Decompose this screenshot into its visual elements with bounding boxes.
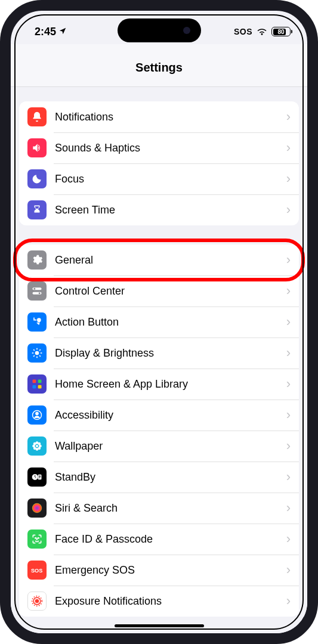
svg-point-25 bbox=[33, 442, 36, 445]
chevron-right-icon: › bbox=[286, 171, 291, 187]
chevron-right-icon: › bbox=[286, 407, 291, 423]
bell-icon bbox=[27, 107, 47, 126]
row-label: Screen Time bbox=[55, 204, 286, 216]
switches-icon bbox=[27, 281, 47, 301]
settings-group: Notifications›Sounds & Haptics›Focus›Scr… bbox=[19, 101, 299, 225]
svg-rect-17 bbox=[38, 385, 42, 389]
settings-row-controlcenter[interactable]: Control Center› bbox=[19, 275, 299, 306]
settings-row-siri[interactable]: Siri & Search› bbox=[19, 493, 299, 524]
gear-icon bbox=[27, 250, 47, 270]
action-icon bbox=[27, 312, 47, 332]
row-label: StandBy bbox=[55, 471, 286, 484]
svg-rect-32 bbox=[39, 476, 41, 477]
svg-point-26 bbox=[38, 442, 41, 445]
svg-rect-14 bbox=[33, 380, 36, 383]
svg-rect-31 bbox=[39, 476, 41, 476]
settings-row-display[interactable]: Display & Brightness› bbox=[19, 338, 299, 369]
settings-row-sounds[interactable]: Sounds & Haptics› bbox=[19, 132, 299, 163]
settings-row-accessibility[interactable]: Accessibility› bbox=[19, 400, 299, 431]
row-label: Focus bbox=[55, 173, 286, 185]
face-icon bbox=[27, 530, 47, 549]
row-label: Home Screen & App Library bbox=[55, 378, 286, 391]
row-label: Control Center bbox=[55, 285, 286, 298]
row-label: Sounds & Haptics bbox=[55, 142, 286, 154]
phone-frame: 2:45 SOS 80 Settings Notifications›Sound… bbox=[0, 0, 318, 644]
svg-text:SOS: SOS bbox=[31, 568, 42, 574]
svg-point-4 bbox=[38, 318, 41, 321]
svg-point-3 bbox=[39, 292, 41, 294]
svg-rect-16 bbox=[33, 385, 36, 389]
row-label: Face ID & Passcode bbox=[55, 533, 286, 546]
speaker-icon bbox=[27, 138, 47, 157]
svg-line-12 bbox=[39, 349, 41, 351]
row-label: Exposure Notifications bbox=[55, 595, 286, 608]
settings-row-wallpaper[interactable]: Wallpaper› bbox=[19, 431, 299, 462]
svg-rect-15 bbox=[38, 380, 42, 383]
svg-point-36 bbox=[38, 538, 39, 538]
settings-row-actionbutton[interactable]: Action Button› bbox=[19, 306, 299, 338]
chevron-right-icon: › bbox=[286, 593, 291, 609]
person-icon bbox=[27, 405, 47, 425]
sos-icon: SOS bbox=[27, 561, 47, 580]
chevron-right-icon: › bbox=[286, 438, 291, 454]
chevron-right-icon: › bbox=[286, 202, 291, 218]
svg-point-5 bbox=[35, 351, 39, 355]
svg-line-11 bbox=[39, 355, 41, 357]
siri-icon bbox=[27, 499, 47, 518]
chevron-right-icon: › bbox=[286, 376, 291, 392]
chevron-right-icon: › bbox=[286, 345, 291, 361]
row-label: Notifications bbox=[55, 111, 286, 123]
settings-row-notifications[interactable]: Notifications› bbox=[19, 101, 299, 132]
svg-point-20 bbox=[36, 445, 38, 447]
row-label: Display & Brightness bbox=[55, 347, 286, 360]
svg-rect-33 bbox=[39, 478, 41, 478]
settings-row-exposure[interactable]: Exposure Notifications› bbox=[19, 586, 299, 617]
settings-row-focus[interactable]: Focus› bbox=[19, 163, 299, 194]
row-label: Accessibility bbox=[55, 409, 286, 422]
flower-icon bbox=[27, 436, 47, 456]
chevron-right-icon: › bbox=[286, 140, 291, 156]
chevron-right-icon: › bbox=[286, 531, 291, 547]
settings-row-standby[interactable]: StandBy› bbox=[19, 462, 299, 493]
settings-row-faceid[interactable]: Face ID & Passcode› bbox=[19, 524, 299, 555]
sos-indicator: SOS bbox=[234, 27, 252, 36]
hourglass-icon bbox=[27, 200, 47, 219]
svg-point-19 bbox=[36, 412, 38, 414]
location-icon bbox=[58, 26, 67, 38]
chevron-right-icon: › bbox=[286, 109, 291, 125]
wifi-icon bbox=[257, 26, 267, 38]
svg-point-34 bbox=[32, 503, 42, 513]
sun-icon bbox=[27, 343, 47, 363]
chevron-right-icon: › bbox=[286, 562, 291, 578]
settings-row-general[interactable]: General› bbox=[19, 244, 299, 275]
svg-point-2 bbox=[33, 288, 35, 290]
row-label: Siri & Search bbox=[55, 502, 286, 515]
row-label: Action Button bbox=[55, 316, 286, 329]
svg-line-10 bbox=[33, 349, 35, 351]
home-indicator[interactable] bbox=[115, 624, 204, 627]
svg-point-38 bbox=[36, 600, 39, 603]
dynamic-island bbox=[118, 18, 201, 42]
settings-row-sos-row[interactable]: SOSEmergency SOS› bbox=[19, 555, 299, 586]
chevron-right-icon: › bbox=[286, 500, 291, 516]
svg-line-13 bbox=[33, 355, 35, 357]
settings-group: General›Control Center›Action Button›Dis… bbox=[19, 244, 299, 617]
chevron-right-icon: › bbox=[286, 252, 291, 268]
row-label: Emergency SOS bbox=[55, 564, 286, 577]
settings-row-screentime[interactable]: Screen Time› bbox=[19, 194, 299, 225]
svg-point-27 bbox=[33, 447, 36, 450]
chevron-right-icon: › bbox=[286, 283, 291, 299]
settings-list[interactable]: Notifications›Sounds & Haptics›Focus›Scr… bbox=[11, 87, 307, 633]
clock-card-icon bbox=[27, 467, 47, 487]
chevron-right-icon: › bbox=[286, 469, 291, 485]
exposure-icon bbox=[27, 592, 47, 611]
svg-point-28 bbox=[38, 447, 41, 450]
moon-icon bbox=[27, 169, 47, 188]
row-label: General bbox=[55, 254, 286, 267]
grid-icon bbox=[27, 374, 47, 394]
battery-icon: 80 bbox=[271, 27, 291, 36]
chevron-right-icon: › bbox=[286, 314, 291, 330]
page-title: Settings bbox=[11, 44, 307, 87]
svg-point-35 bbox=[35, 538, 36, 538]
settings-row-homescreen[interactable]: Home Screen & App Library› bbox=[19, 369, 299, 400]
